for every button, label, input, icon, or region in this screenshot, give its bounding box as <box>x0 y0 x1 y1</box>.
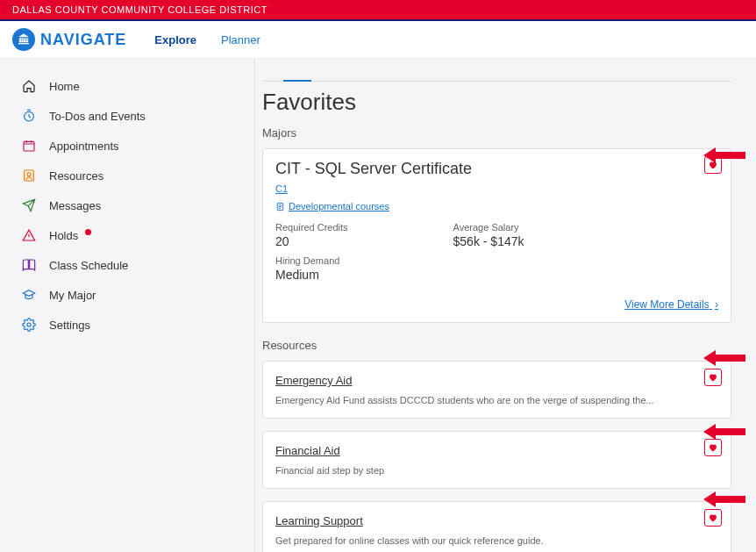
favorite-toggle[interactable] <box>704 509 722 527</box>
org-topbar: DALLAS COUNTY COMMUNITY COLLEGE DISTRICT <box>0 0 756 21</box>
brand-text: NAVIGATE <box>40 31 126 49</box>
svg-rect-4 <box>18 43 29 44</box>
svg-rect-3 <box>26 39 27 43</box>
resources-icon <box>21 168 37 183</box>
credits-label: Required Credits <box>275 222 348 233</box>
sidebar-label: Resources <box>49 169 103 183</box>
svg-point-8 <box>27 173 31 176</box>
major-title: CIT - SQL Server Certificate <box>275 160 718 178</box>
heart-icon <box>708 372 718 383</box>
sidebar-item-settings[interactable]: Settings <box>0 310 254 340</box>
sidebar-label: Settings <box>49 319 90 332</box>
gradcap-icon <box>21 287 37 303</box>
favorite-toggle[interactable] <box>704 156 722 174</box>
credits-value: 20 <box>275 234 348 248</box>
resource-card: Learning Support Get prepared for online… <box>262 501 731 552</box>
sidebar-item-todos[interactable]: To-Dos and Events <box>0 101 254 131</box>
logo-icon <box>12 28 35 51</box>
send-icon <box>21 197 37 213</box>
resource-title-link[interactable]: Emergency Aid <box>275 374 352 387</box>
svg-rect-0 <box>19 39 20 43</box>
salary-value: $56k - $147k <box>453 234 524 248</box>
sidebar-item-messages[interactable]: Messages <box>0 190 254 220</box>
resource-card: Emergency Aid Emergency Aid Fund assists… <box>262 361 731 419</box>
calendar-icon <box>21 138 37 154</box>
tab-underline <box>262 73 731 82</box>
major-stats: Required Credits 20 Hiring Demand Medium… <box>275 222 718 282</box>
favorite-toggle[interactable] <box>704 439 722 456</box>
demand-label: Hiring Demand <box>275 255 348 266</box>
section-resources-label: Resources <box>262 339 731 352</box>
alert-icon <box>21 227 37 243</box>
clock-icon <box>21 108 37 124</box>
dev-link-label: Developmental courses <box>289 201 389 211</box>
view-more-label: View More Details <box>624 298 709 311</box>
resource-card: Financial Aid Financial aid step by step <box>262 431 731 489</box>
holds-notification-dot <box>85 229 91 235</box>
demand-value: Medium <box>275 268 348 282</box>
brand-logo[interactable]: NAVIGATE <box>12 28 126 51</box>
svg-rect-6 <box>24 141 34 151</box>
major-code-link[interactable]: C1 <box>275 183 288 194</box>
sidebar: Home To-Dos and Events Appointments Reso… <box>0 59 254 552</box>
nav-links: Explore Planner <box>154 33 260 47</box>
nav-explore[interactable]: Explore <box>154 33 196 47</box>
sidebar-item-class-schedule[interactable]: Class Schedule <box>0 250 254 280</box>
nav-planner[interactable]: Planner <box>221 33 260 47</box>
svg-point-9 <box>27 323 31 326</box>
sidebar-item-my-major[interactable]: My Major <box>0 280 254 310</box>
heart-icon <box>708 513 718 523</box>
view-more-wrap: View More Details › <box>275 296 718 312</box>
navbar: NAVIGATE Explore Planner <box>0 21 756 59</box>
resource-title-link[interactable]: Financial Aid <box>275 444 340 457</box>
resource-desc: Financial aid step by step <box>275 465 718 476</box>
sidebar-item-holds[interactable]: Holds <box>0 220 254 250</box>
sidebar-label: Appointments <box>49 140 119 153</box>
page-title: Favorites <box>262 89 731 116</box>
section-majors-label: Majors <box>262 126 731 140</box>
sidebar-label: Holds <box>49 229 78 242</box>
resource-desc: Emergency Aid Fund assists DCCCD student… <box>275 395 718 405</box>
svg-rect-1 <box>22 39 23 43</box>
favorite-toggle[interactable] <box>704 369 722 386</box>
org-name: DALLAS COUNTY COMMUNITY COLLEGE DISTRICT <box>12 4 267 15</box>
gear-icon <box>21 317 37 333</box>
heart-icon <box>708 160 718 170</box>
sidebar-label: Class Schedule <box>49 259 128 272</box>
svg-rect-2 <box>25 39 25 43</box>
sidebar-label: Home <box>49 80 80 93</box>
resource-title-link[interactable]: Learning Support <box>275 514 363 527</box>
chevron-right-icon: › <box>715 298 718 311</box>
major-card: CIT - SQL Server Certificate C1 Developm… <box>262 148 731 323</box>
sidebar-label: My Major <box>49 289 96 302</box>
sidebar-label: Messages <box>49 199 101 212</box>
doc-icon <box>275 202 285 211</box>
book-icon <box>21 257 37 273</box>
developmental-courses-link[interactable]: Developmental courses <box>275 201 718 211</box>
heart-icon <box>708 442 718 453</box>
view-more-link[interactable]: View More Details › <box>624 298 718 311</box>
sidebar-item-resources[interactable]: Resources <box>0 161 254 190</box>
salary-label: Average Salary <box>453 222 524 233</box>
main-content: Favorites Majors CIT - SQL Server Certif… <box>254 59 756 552</box>
sidebar-label: To-Dos and Events <box>49 110 146 123</box>
resource-desc: Get prepared for online classes with our… <box>275 535 718 546</box>
sidebar-item-home[interactable]: Home <box>0 71 254 101</box>
sidebar-item-appointments[interactable]: Appointments <box>0 131 254 161</box>
home-icon <box>21 78 37 94</box>
